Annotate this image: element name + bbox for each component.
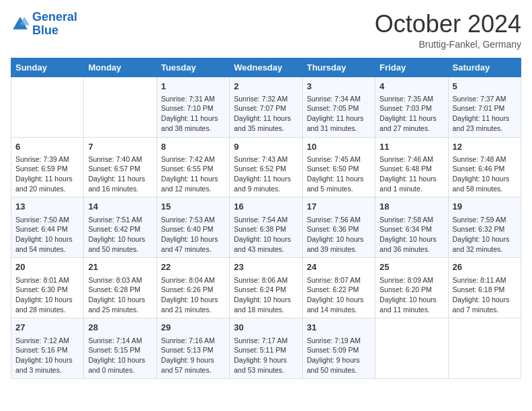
calendar-cell: 19Sunrise: 7:59 AMSunset: 6:32 PMDayligh… bbox=[448, 197, 521, 258]
day-number: 18 bbox=[380, 201, 443, 213]
day-number: 9 bbox=[234, 141, 298, 153]
day-info: Sunrise: 7:48 AMSunset: 6:46 PMDaylight:… bbox=[453, 154, 517, 194]
header-cell-sunday: Sunday bbox=[11, 58, 84, 77]
header-cell-monday: Monday bbox=[84, 58, 157, 77]
calendar-cell: 4Sunrise: 7:35 AMSunset: 7:03 PMDaylight… bbox=[375, 77, 448, 137]
calendar-cell: 31Sunrise: 7:19 AMSunset: 5:09 PMDayligh… bbox=[302, 318, 375, 379]
page-header: General Blue October 2024 Bruttig-Fankel… bbox=[11, 11, 521, 50]
calendar-cell: 28Sunrise: 7:14 AMSunset: 5:15 PMDayligh… bbox=[84, 318, 157, 379]
day-number: 16 bbox=[234, 201, 298, 213]
day-number: 13 bbox=[15, 201, 79, 213]
day-info: Sunrise: 8:03 AMSunset: 6:28 PMDaylight:… bbox=[88, 275, 152, 315]
calendar-cell: 16Sunrise: 7:54 AMSunset: 6:38 PMDayligh… bbox=[230, 197, 302, 258]
day-info: Sunrise: 7:59 AMSunset: 6:32 PMDaylight:… bbox=[453, 215, 517, 255]
month-title: October 2024 bbox=[375, 11, 521, 38]
week-row-4: 20Sunrise: 8:01 AMSunset: 6:30 PMDayligh… bbox=[11, 258, 521, 318]
day-number: 11 bbox=[380, 141, 443, 153]
day-number: 15 bbox=[161, 201, 225, 213]
day-info: Sunrise: 7:19 AMSunset: 5:09 PMDaylight:… bbox=[307, 336, 371, 375]
calendar-cell: 26Sunrise: 8:11 AMSunset: 6:18 PMDayligh… bbox=[448, 258, 521, 318]
day-info: Sunrise: 8:09 AMSunset: 6:20 PMDaylight:… bbox=[380, 275, 443, 315]
day-number: 30 bbox=[234, 322, 298, 334]
title-block: October 2024 Bruttig-Fankel, Germany bbox=[375, 11, 521, 50]
day-number: 24 bbox=[307, 261, 371, 273]
day-info: Sunrise: 7:34 AMSunset: 7:05 PMDaylight:… bbox=[307, 94, 371, 134]
week-row-1: 1Sunrise: 7:31 AMSunset: 7:10 PMDaylight… bbox=[11, 77, 521, 137]
header-row: SundayMondayTuesdayWednesdayThursdayFrid… bbox=[11, 58, 521, 77]
day-number: 25 bbox=[380, 261, 443, 273]
calendar-cell: 7Sunrise: 7:40 AMSunset: 6:57 PMDaylight… bbox=[84, 137, 157, 197]
day-info: Sunrise: 7:16 AMSunset: 5:13 PMDaylight:… bbox=[161, 336, 225, 375]
day-number: 1 bbox=[161, 81, 225, 93]
calendar-cell: 20Sunrise: 8:01 AMSunset: 6:30 PMDayligh… bbox=[11, 258, 84, 318]
day-number: 7 bbox=[88, 141, 152, 153]
day-info: Sunrise: 7:31 AMSunset: 7:10 PMDaylight:… bbox=[161, 94, 225, 134]
day-number: 4 bbox=[380, 81, 443, 93]
calendar-cell: 21Sunrise: 8:03 AMSunset: 6:28 PMDayligh… bbox=[84, 258, 157, 318]
day-info: Sunrise: 7:37 AMSunset: 7:01 PMDaylight:… bbox=[453, 94, 517, 134]
day-info: Sunrise: 8:06 AMSunset: 6:24 PMDaylight:… bbox=[234, 275, 298, 315]
calendar-cell bbox=[84, 77, 157, 137]
location: Bruttig-Fankel, Germany bbox=[375, 39, 521, 50]
day-number: 27 bbox=[15, 322, 79, 334]
week-row-5: 27Sunrise: 7:12 AMSunset: 5:16 PMDayligh… bbox=[11, 318, 521, 379]
week-row-2: 6Sunrise: 7:39 AMSunset: 6:59 PMDaylight… bbox=[11, 137, 521, 197]
day-number: 5 bbox=[453, 81, 517, 93]
day-info: Sunrise: 8:11 AMSunset: 6:18 PMDaylight:… bbox=[453, 275, 517, 315]
logo: General Blue bbox=[11, 11, 77, 38]
logo-text: General Blue bbox=[32, 11, 77, 38]
calendar-cell: 6Sunrise: 7:39 AMSunset: 6:59 PMDaylight… bbox=[11, 137, 84, 197]
day-number: 6 bbox=[15, 141, 79, 153]
day-info: Sunrise: 7:54 AMSunset: 6:38 PMDaylight:… bbox=[234, 215, 298, 255]
day-info: Sunrise: 7:50 AMSunset: 6:44 PMDaylight:… bbox=[15, 215, 79, 255]
day-info: Sunrise: 7:53 AMSunset: 6:40 PMDaylight:… bbox=[161, 215, 225, 255]
calendar-cell: 22Sunrise: 8:04 AMSunset: 6:26 PMDayligh… bbox=[157, 258, 229, 318]
day-number: 10 bbox=[307, 141, 371, 153]
calendar-cell: 10Sunrise: 7:45 AMSunset: 6:50 PMDayligh… bbox=[302, 137, 375, 197]
day-info: Sunrise: 7:43 AMSunset: 6:52 PMDaylight:… bbox=[234, 154, 298, 194]
calendar-cell bbox=[375, 318, 448, 379]
day-number: 3 bbox=[307, 81, 371, 93]
calendar-cell: 25Sunrise: 8:09 AMSunset: 6:20 PMDayligh… bbox=[375, 258, 448, 318]
day-info: Sunrise: 7:35 AMSunset: 7:03 PMDaylight:… bbox=[380, 94, 443, 134]
calendar-cell: 29Sunrise: 7:16 AMSunset: 5:13 PMDayligh… bbox=[157, 318, 229, 379]
calendar-cell: 12Sunrise: 7:48 AMSunset: 6:46 PMDayligh… bbox=[448, 137, 521, 197]
calendar-cell: 13Sunrise: 7:50 AMSunset: 6:44 PMDayligh… bbox=[11, 197, 84, 258]
calendar-cell: 3Sunrise: 7:34 AMSunset: 7:05 PMDaylight… bbox=[302, 77, 375, 137]
day-number: 21 bbox=[88, 261, 152, 273]
day-number: 22 bbox=[161, 261, 225, 273]
calendar-cell: 9Sunrise: 7:43 AMSunset: 6:52 PMDaylight… bbox=[230, 137, 302, 197]
calendar-cell: 2Sunrise: 7:32 AMSunset: 7:07 PMDaylight… bbox=[230, 77, 302, 137]
day-number: 17 bbox=[307, 201, 371, 213]
day-info: Sunrise: 7:46 AMSunset: 6:48 PMDaylight:… bbox=[380, 154, 443, 194]
day-info: Sunrise: 7:17 AMSunset: 5:11 PMDaylight:… bbox=[234, 336, 298, 375]
day-number: 28 bbox=[88, 322, 152, 334]
calendar-cell: 24Sunrise: 8:07 AMSunset: 6:22 PMDayligh… bbox=[302, 258, 375, 318]
calendar-cell: 23Sunrise: 8:06 AMSunset: 6:24 PMDayligh… bbox=[230, 258, 302, 318]
calendar-cell: 27Sunrise: 7:12 AMSunset: 5:16 PMDayligh… bbox=[11, 318, 84, 379]
day-number: 2 bbox=[234, 81, 298, 93]
day-number: 19 bbox=[453, 201, 517, 213]
header-cell-wednesday: Wednesday bbox=[230, 58, 302, 77]
header-cell-friday: Friday bbox=[375, 58, 448, 77]
day-info: Sunrise: 8:04 AMSunset: 6:26 PMDaylight:… bbox=[161, 275, 225, 315]
calendar-header: SundayMondayTuesdayWednesdayThursdayFrid… bbox=[11, 58, 521, 77]
day-info: Sunrise: 7:58 AMSunset: 6:34 PMDaylight:… bbox=[380, 215, 443, 255]
day-info: Sunrise: 7:14 AMSunset: 5:15 PMDaylight:… bbox=[88, 336, 152, 375]
calendar-cell: 14Sunrise: 7:51 AMSunset: 6:42 PMDayligh… bbox=[84, 197, 157, 258]
day-number: 8 bbox=[161, 141, 225, 153]
logo-icon bbox=[11, 15, 30, 34]
calendar-table: SundayMondayTuesdayWednesdayThursdayFrid… bbox=[11, 58, 521, 379]
day-info: Sunrise: 7:40 AMSunset: 6:57 PMDaylight:… bbox=[88, 154, 152, 194]
day-info: Sunrise: 7:32 AMSunset: 7:07 PMDaylight:… bbox=[234, 94, 298, 134]
logo-line1: General bbox=[32, 10, 77, 24]
day-info: Sunrise: 7:45 AMSunset: 6:50 PMDaylight:… bbox=[307, 154, 371, 194]
day-info: Sunrise: 7:51 AMSunset: 6:42 PMDaylight:… bbox=[88, 215, 152, 255]
day-info: Sunrise: 7:42 AMSunset: 6:55 PMDaylight:… bbox=[161, 154, 225, 194]
day-info: Sunrise: 7:56 AMSunset: 6:36 PMDaylight:… bbox=[307, 215, 371, 255]
calendar-body: 1Sunrise: 7:31 AMSunset: 7:10 PMDaylight… bbox=[11, 77, 521, 379]
calendar-cell bbox=[448, 318, 521, 379]
calendar-cell: 11Sunrise: 7:46 AMSunset: 6:48 PMDayligh… bbox=[375, 137, 448, 197]
week-row-3: 13Sunrise: 7:50 AMSunset: 6:44 PMDayligh… bbox=[11, 197, 521, 258]
day-number: 14 bbox=[88, 201, 152, 213]
